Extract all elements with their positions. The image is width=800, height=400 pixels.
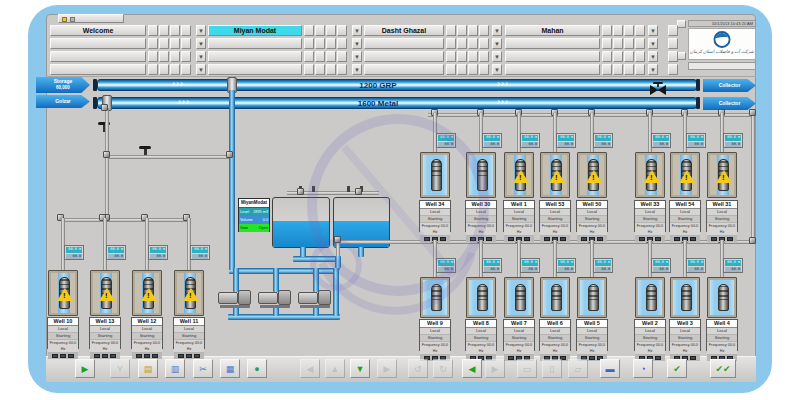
well-pump-well-13[interactable]: ! (90, 270, 120, 316)
page-setup-button[interactable]: ▱ (568, 359, 588, 378)
well-pump-well-11[interactable]: ! (174, 270, 204, 316)
well-panel-well-53[interactable]: Well 53LocalStartingFrequency 00.0 Hz (539, 200, 571, 232)
nav-bell-button[interactable]: ▼ (352, 64, 362, 75)
nav-grid-cell[interactable] (602, 25, 612, 36)
nav-grid-cell[interactable] (337, 51, 347, 62)
nav-grid-cell[interactable] (304, 64, 314, 75)
well-pump-well-7[interactable] (504, 277, 534, 318)
well-control-button[interactable] (486, 237, 492, 241)
well-pump-well-8[interactable] (466, 277, 496, 318)
well-control-button[interactable] (508, 356, 514, 360)
nav-grid-cell[interactable] (624, 38, 634, 49)
nav-blank-strip[interactable] (505, 38, 600, 49)
nav-bell-button[interactable]: ▼ (352, 38, 362, 49)
nav-grid-cell[interactable] (613, 38, 623, 49)
nav-grid-cell[interactable] (315, 64, 325, 75)
reservoir-tank-1[interactable] (272, 197, 330, 248)
nav-bell-button[interactable]: ▼ (492, 51, 502, 62)
well-control-button[interactable] (68, 354, 74, 358)
nav-right-button[interactable]: ▶ (377, 359, 397, 378)
nav-grid-cell[interactable] (315, 25, 325, 36)
well-control-button[interactable] (60, 354, 66, 358)
nav-grid-cell[interactable] (457, 51, 467, 62)
well-control-button[interactable] (727, 237, 733, 241)
ack-all-button[interactable]: ✔✔ (710, 359, 736, 378)
nav-bell-button[interactable]: ▼ (196, 51, 206, 62)
tab-welcome[interactable]: Welcome (50, 25, 146, 36)
well-pump-well-10[interactable]: ! (48, 270, 78, 316)
well-panel-well-13[interactable]: Well 13LocalStartingFrequency 00.0 Hz (89, 317, 121, 349)
nav-grid-cell[interactable] (479, 38, 489, 49)
nav-grid-cell[interactable] (315, 51, 325, 62)
nav-grid-cell[interactable] (479, 51, 489, 62)
nav-grid-cell[interactable] (170, 51, 180, 62)
nav-grid-cell[interactable] (181, 51, 191, 62)
well-control-button[interactable] (655, 356, 661, 360)
well-panel-well-8[interactable]: Well 8LocalStartingFrequency 00.0 Hz (465, 319, 497, 351)
nav-grid-cell[interactable] (635, 51, 645, 62)
tab-miyan-modat[interactable]: Miyan Modat (208, 25, 302, 36)
nav-bell-button[interactable]: ▼ (492, 64, 502, 75)
nav-blank-strip[interactable] (364, 51, 444, 62)
nav-grid-cell[interactable] (446, 64, 456, 75)
trend-button[interactable]: ✂ (193, 359, 213, 378)
well-panel-well-30[interactable]: Well 30LocalStartingFrequency 00.0 Hz (465, 200, 497, 232)
nav-grid-cell[interactable] (613, 51, 623, 62)
nav-grid-cell[interactable] (479, 64, 489, 75)
tank-valve-stem[interactable] (347, 186, 350, 192)
nav-grid-cell[interactable] (181, 38, 191, 49)
nav-grid-cell[interactable] (468, 64, 478, 75)
well-panel-well-33[interactable]: Well 33LocalStartingFrequency 00.0 Hz (634, 200, 666, 232)
nav-grid-cell[interactable] (668, 64, 678, 75)
status-field[interactable] (688, 62, 756, 70)
nav-grid-cell[interactable] (326, 64, 336, 75)
nav-grid-cell[interactable] (668, 51, 678, 62)
nav-grid-cell[interactable] (159, 51, 169, 62)
well-pump-well-54[interactable]: ! (670, 152, 700, 198)
well-pump-well-31[interactable]: ! (707, 152, 737, 198)
nav-grid-cell[interactable] (148, 51, 158, 62)
well-control-button[interactable] (440, 237, 446, 241)
nav-blank-strip[interactable] (50, 51, 146, 62)
print-button[interactable]: ▭ (517, 359, 537, 378)
nav-grid-cell[interactable] (457, 25, 467, 36)
well-pump-well-1[interactable]: ! (504, 152, 534, 198)
nav-grid-cell[interactable] (148, 25, 158, 36)
well-control-button[interactable] (144, 354, 150, 358)
well-panel-well-12[interactable]: Well 12LocalStartingFrequency 00.0 Hz (131, 317, 163, 349)
well-control-button[interactable] (589, 356, 595, 360)
well-control-button[interactable] (178, 354, 184, 358)
nav-grid-cell[interactable] (446, 38, 456, 49)
well-panel-well-9[interactable]: Well 9LocalStartingFrequency 00.0 Hz (419, 319, 451, 351)
nav-grid-cell[interactable] (337, 38, 347, 49)
well-pump-well-4[interactable] (707, 277, 737, 318)
nav-blank-strip[interactable] (208, 64, 302, 75)
nav-grid-cell[interactable] (613, 64, 623, 75)
nav-blank-strip[interactable] (208, 51, 302, 62)
nav-bell-button[interactable]: ▼ (352, 51, 362, 62)
nav-blank-strip[interactable] (50, 38, 146, 49)
well-control-button[interactable] (102, 354, 108, 358)
nav-blank-strip[interactable] (505, 51, 600, 62)
booster-pump-2[interactable] (258, 288, 294, 308)
well-panel-well-3[interactable]: Well 3LocalStartingFrequency 00.0 Hz (669, 319, 701, 351)
nav-grid-cell[interactable] (457, 64, 467, 75)
golzar-tag[interactable]: Golzar (36, 95, 90, 108)
nav-grid-cell[interactable] (181, 64, 191, 75)
well-panel-well-34[interactable]: Well 34LocalStartingFrequency 00.0 Hz (419, 200, 451, 232)
well-control-button[interactable] (711, 237, 717, 241)
nav-grid-cell[interactable] (635, 25, 645, 36)
nav-bell-button[interactable]: ▼ (492, 38, 502, 49)
well-control-button[interactable] (470, 237, 476, 241)
nav-down-button[interactable]: ▼ (350, 359, 370, 378)
nav-blank-strip[interactable] (364, 38, 444, 49)
well-pump-well-34[interactable] (420, 152, 450, 198)
history-back-button[interactable]: ◀ (462, 359, 482, 378)
nav-grid-cell[interactable] (468, 51, 478, 62)
nav-grid-cell[interactable] (446, 51, 456, 62)
station-info-panel[interactable]: MiyanModat Level2895 m3 Volume0.0 GateOp… (238, 198, 270, 232)
nav-grid-cell[interactable] (170, 25, 180, 36)
nav-grid-cell[interactable] (624, 51, 634, 62)
nav-grid-cell[interactable] (668, 38, 678, 49)
well-panel-well-10[interactable]: Well 10LocalStartingFrequency 00.0 Hz (47, 317, 79, 349)
